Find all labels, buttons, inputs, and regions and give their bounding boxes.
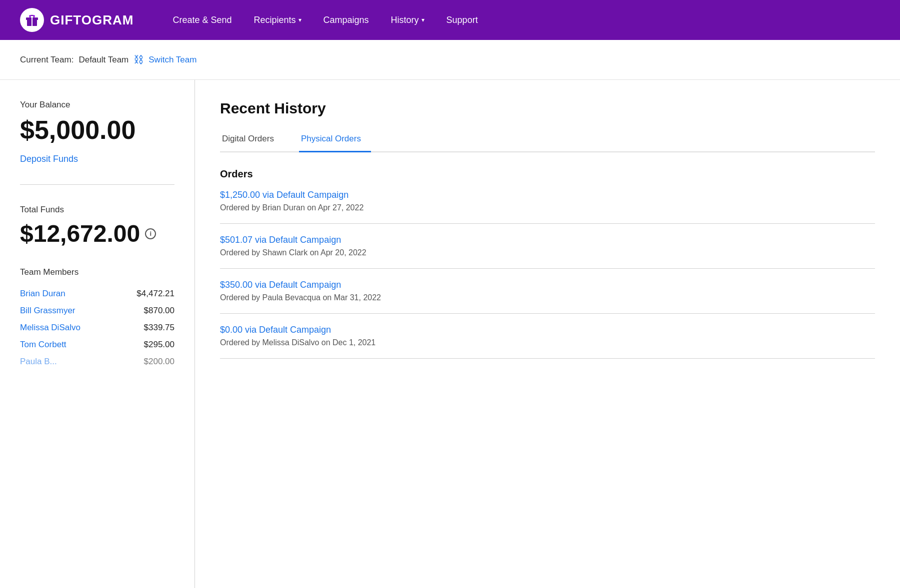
order-item: $501.07 via Default Campaign Ordered by … bbox=[220, 224, 875, 269]
order-link[interactable]: $350.00 via Default Campaign bbox=[220, 280, 875, 290]
recent-history-title: Recent History bbox=[220, 100, 875, 117]
logo: GIFTOGRAM bbox=[20, 8, 134, 32]
team-members-label: Team Members bbox=[20, 267, 174, 277]
member-name-partial[interactable]: Paula B... bbox=[20, 357, 57, 367]
order-meta: Ordered by Brian Duran on Apr 27, 2022 bbox=[220, 203, 364, 212]
member-amount: $295.00 bbox=[144, 340, 174, 350]
history-chevron-icon: ▾ bbox=[422, 16, 424, 23]
total-funds-info-icon[interactable]: i bbox=[145, 228, 156, 239]
order-link[interactable]: $501.07 via Default Campaign bbox=[220, 235, 875, 245]
member-row: Tom Corbett $295.00 bbox=[20, 336, 174, 353]
header: GIFTOGRAM Create & Send Recipients ▾ Cam… bbox=[0, 0, 900, 40]
recipients-chevron-icon: ▾ bbox=[298, 16, 302, 23]
deposit-funds-link[interactable]: Deposit Funds bbox=[20, 154, 78, 164]
switch-team-link[interactable]: Switch Team bbox=[148, 55, 196, 65]
member-name[interactable]: Bill Grassmyer bbox=[20, 306, 76, 316]
left-panel: Your Balance $5,000.00 Deposit Funds Tot… bbox=[0, 80, 195, 588]
nav-support[interactable]: Support bbox=[438, 10, 487, 30]
right-panel: Recent History Digital Orders Physical O… bbox=[195, 80, 900, 588]
balance-amount: $5,000.00 bbox=[20, 115, 174, 145]
member-name[interactable]: Brian Duran bbox=[20, 289, 66, 299]
tab-digital-orders[interactable]: Digital Orders bbox=[220, 129, 284, 152]
svg-point-4 bbox=[33, 15, 35, 17]
nav-recipients[interactable]: Recipients ▾ bbox=[244, 10, 310, 30]
total-funds-amount: $12,672.00 i bbox=[20, 220, 174, 247]
balance-label: Your Balance bbox=[20, 100, 174, 110]
nav-create-send[interactable]: Create & Send bbox=[164, 10, 240, 30]
member-amount: $339.75 bbox=[144, 323, 174, 333]
tab-physical-orders[interactable]: Physical Orders bbox=[299, 129, 371, 152]
nav-history[interactable]: History ▾ bbox=[382, 10, 434, 30]
main-nav: Create & Send Recipients ▾ Campaigns His… bbox=[164, 10, 486, 30]
member-amount-partial: $200.00 bbox=[144, 357, 174, 367]
logo-icon bbox=[20, 8, 44, 32]
order-meta: Ordered by Paula Bevacqua on Mar 31, 202… bbox=[220, 293, 381, 302]
member-amount: $870.00 bbox=[144, 306, 174, 316]
nav-campaigns[interactable]: Campaigns bbox=[314, 10, 378, 30]
team-members-section: Team Members Brian Duran $4,472.21 Bill … bbox=[20, 267, 174, 370]
order-link[interactable]: $1,250.00 via Default Campaign bbox=[220, 190, 875, 200]
order-item: $0.00 via Default Campaign Ordered by Me… bbox=[220, 314, 875, 359]
member-row: Melissa DiSalvo $339.75 bbox=[20, 319, 174, 336]
order-item: $350.00 via Default Campaign Ordered by … bbox=[220, 269, 875, 314]
member-name[interactable]: Melissa DiSalvo bbox=[20, 323, 80, 333]
order-meta: Ordered by Melissa DiSalvo on Dec 1, 202… bbox=[220, 338, 376, 347]
main-content: Your Balance $5,000.00 Deposit Funds Tot… bbox=[0, 80, 900, 588]
orders-label: Orders bbox=[220, 168, 875, 180]
members-list: Brian Duran $4,472.21 Bill Grassmyer $87… bbox=[20, 285, 174, 370]
member-name[interactable]: Tom Corbett bbox=[20, 340, 66, 350]
logo-text: GIFTOGRAM bbox=[50, 12, 134, 28]
orders-list: $1,250.00 via Default Campaign Ordered b… bbox=[220, 190, 875, 359]
member-amount: $4,472.21 bbox=[136, 289, 174, 299]
svg-point-3 bbox=[29, 15, 31, 17]
order-item: $1,250.00 via Default Campaign Ordered b… bbox=[220, 190, 875, 224]
member-row: Bill Grassmyer $870.00 bbox=[20, 302, 174, 319]
switch-team-icon: ⛓ bbox=[134, 54, 144, 65]
order-meta: Ordered by Shawn Clark on Apr 20, 2022 bbox=[220, 248, 366, 257]
member-row-partial: Paula B... $200.00 bbox=[20, 353, 174, 370]
order-link[interactable]: $0.00 via Default Campaign bbox=[220, 325, 875, 335]
total-funds-label: Total Funds bbox=[20, 205, 174, 215]
current-team-label: Current Team: bbox=[20, 55, 74, 65]
total-funds-section: Total Funds $12,672.00 i bbox=[20, 185, 174, 247]
tabs: Digital Orders Physical Orders bbox=[220, 129, 875, 152]
balance-section: Your Balance $5,000.00 Deposit Funds bbox=[20, 100, 174, 164]
member-row: Brian Duran $4,472.21 bbox=[20, 285, 174, 302]
team-name: Default Team bbox=[78, 55, 128, 65]
team-bar: Current Team: Default Team ⛓ Switch Team bbox=[0, 40, 900, 80]
